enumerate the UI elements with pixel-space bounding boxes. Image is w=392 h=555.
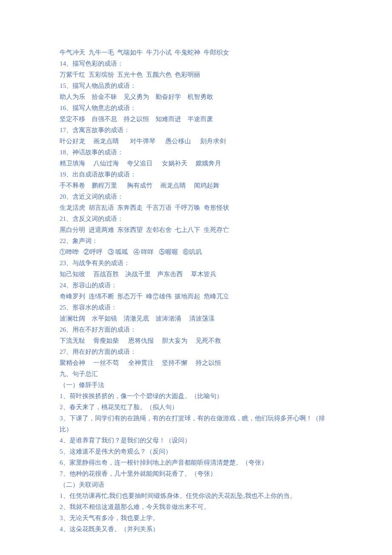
text-line: 24、形容山的成语：	[60, 280, 332, 291]
text-line: 6、家里静得出奇，连一根针掉到地上的声音都能听得清清楚楚。（夸张）	[60, 457, 332, 468]
text-line: 25、形容水的成语：	[60, 302, 332, 313]
text-line: 19、出自成语故事的成语：	[60, 169, 332, 180]
text-line: 26、用在不好方面的成语：	[60, 324, 332, 335]
text-line: 坚定不移 自强不息 持之以恒 知难而进 半途而废	[60, 113, 332, 124]
text-line: 手不释卷 鹏程万里 胸有成竹 画龙点睛 闻鸡起舞	[60, 180, 332, 191]
text-line: 叶公好龙 画龙点睛 对牛弹琴 愚公移山 刻舟求剑	[60, 136, 332, 147]
text-line: 18、神话故事的成语：	[60, 147, 332, 158]
text-line: （一）修辞手法	[60, 379, 332, 390]
text-line: 奇峰罗列 连绵不断 形态万千 峰峦雄伟 拔地而起 危峰兀立	[60, 291, 332, 302]
text-line: 14、描写色彩的成语：	[60, 58, 332, 69]
text-line: 下流无耻 骨瘦如柴 恩将仇报 胆大妄为 见死不救	[60, 335, 332, 346]
text-line: 聚精会神 一丝不苟 全神贯注 坚持不懈 持之以恒	[60, 357, 332, 368]
text-line: 23、与战争有关的成语：	[60, 257, 332, 269]
text-line: 21、含反义词的成语：	[60, 213, 332, 224]
text-line: 7、他种的花很香，几十里外就能闻到花香了。（夸张）	[60, 468, 332, 479]
text-line: 牛气冲天 九牛一毛 气喘如牛 牛刀小试 牛鬼蛇神 牛郎织女	[60, 47, 332, 58]
text-line: 3、无论天气有多冷，我也要上学。	[60, 512, 332, 523]
text-line: 20、含近义词的成语：	[60, 191, 332, 202]
text-line: 九、句子总汇	[60, 368, 332, 379]
text-line: 2、春天来了，桃花笑红了脸。（拟人句）	[60, 402, 332, 413]
text-line: 精卫填海 八仙过海 夸父追日 女娲补天 嫦娥奔月	[60, 158, 332, 169]
text-line: 27、用在好的方面的成语：	[60, 346, 332, 357]
text-line: 波澜壮阔 水平如镜 清澈见底 波涛汹涌 清波荡漾	[60, 313, 332, 324]
text-line: 4、是谁养育了我们？是我们的父母！（设问）	[60, 435, 332, 446]
text-line: 生龙活虎 胡言乱语 东奔西走 千言万语 千呼万唤 奇形怪状	[60, 202, 332, 213]
text-line: 15、描写人物品质的成语：	[60, 80, 332, 91]
text-line: 1、荷叶挨挨挤挤的，像一个个碧绿的大圆盘。（比喻句）	[60, 390, 332, 402]
text-line: 知己知彼 百战百胜 决战千里 声东击西 草木皆兵	[60, 269, 332, 280]
text-line: 3、下课了，同学们有的在跳绳，有的在打篮球，有的在做游戏，瞧，他们玩得多开心啊！…	[60, 413, 332, 435]
text-line: 4、这朵花既美又香。（并列关系）	[60, 523, 332, 535]
document-page: 牛气冲天 九牛一毛 气喘如牛 牛刀小试 牛鬼蛇神 牛郎织女 14、描写色彩的成语…	[0, 0, 392, 555]
text-line: （二）关联词语	[60, 479, 332, 490]
text-line: 助人为乐 拾金不昧 见义勇为 勤奋好学 机智勇敢	[60, 91, 332, 102]
text-line: 16、描写人物意志的成语：	[60, 102, 332, 113]
text-line: 22、象声词：	[60, 235, 332, 246]
text-line: 2、我就不相信这道题那么难，今天我非做出来不可。	[60, 501, 332, 512]
text-line: 17、含寓言故事的成语：	[60, 124, 332, 136]
text-line: 5、这难道不是伟大的奇观么？（反问）	[60, 446, 332, 457]
text-line: 万紫千红 五彩缤纷 五光十色 五颜六色 色彩明丽	[60, 69, 332, 80]
text-line: ①哗哗 ②呼呼 ③ 呱呱 ④ 咩咩 ⑤喔喔 ⑥叽叽	[60, 246, 332, 257]
text-line: 黑白分明 进退两难 东张西望 左邻右舍 七上八下 生死存亡	[60, 224, 332, 235]
text-line: 1、任凭功课再忙,我们也要抽时间锻炼身体。任凭你说的天花乱坠,我也不上你的当。	[60, 490, 332, 501]
